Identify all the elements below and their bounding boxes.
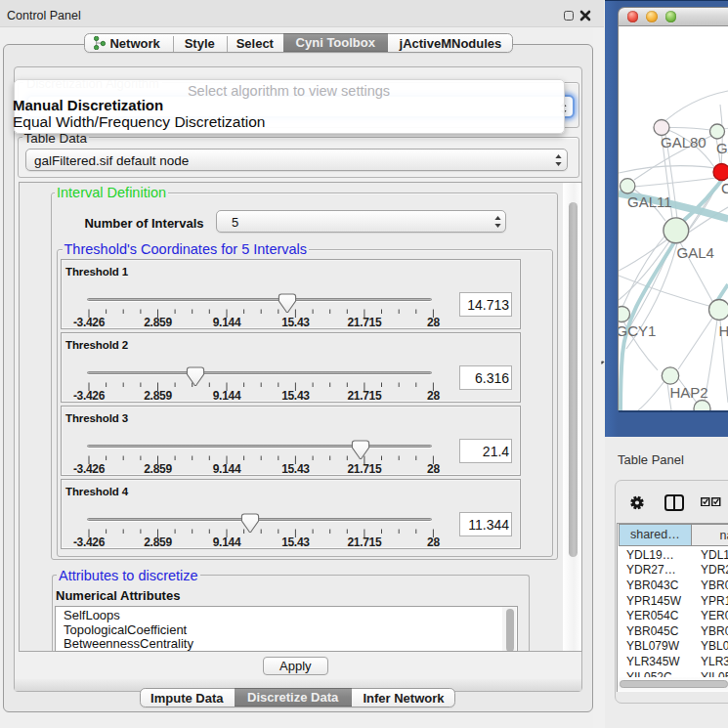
- svg-text:CY: CY: [721, 180, 728, 196]
- svg-text:GAL80: GAL80: [661, 134, 707, 150]
- svg-text:GCY1: GCY1: [619, 322, 656, 339]
- svg-text:H: H: [718, 322, 728, 339]
- svg-text:GAL4: GAL4: [676, 244, 713, 261]
- svg-text:GAL11: GAL11: [627, 193, 672, 210]
- svg-text:GA: GA: [716, 140, 728, 156]
- svg-text:HAP2: HAP2: [669, 384, 707, 401]
